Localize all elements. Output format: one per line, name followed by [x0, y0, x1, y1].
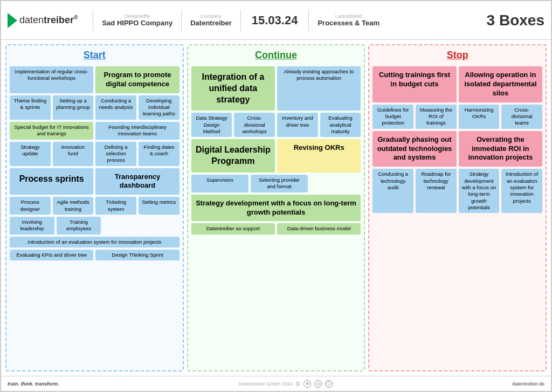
stop-note-overrating: Overrating the immediate ROI in innovati…: [459, 131, 542, 167]
start-block3-sub2: Involving leadership Training employees: [10, 217, 180, 235]
start-block3-sub: Process designer Agile methods training …: [10, 197, 180, 215]
start-note-workshops: Implementation of regular cross-function…: [10, 66, 93, 93]
start-note-learning: Developing individual learning paths: [139, 95, 180, 120]
stop-block2-sub: Conducting a technology audit Roadmap fo…: [372, 169, 542, 213]
start-note-theme: Theme finding & sprints: [10, 95, 51, 120]
continue-note-automation: Already existing approaches to process a…: [277, 66, 361, 111]
header-divider3: [240, 10, 241, 31]
continue-block2-sub: Supervision Selecting provider and forma…: [191, 175, 361, 192]
start-note-innovation: Innovation fund: [53, 142, 94, 166]
logo-text: datentreiber®: [19, 15, 78, 26]
continue-note-provider: Selecting provider and format: [251, 175, 308, 192]
header-company: Company Datentreiber: [190, 13, 232, 27]
start-note-transparency: Transparency dashboard: [95, 168, 179, 195]
start-block1-sub: Theme finding & sprints Setting up a pla…: [10, 95, 180, 120]
start-note-strategy: Strategy update: [10, 142, 51, 166]
stop-note-roadmap: Roadmap for technology renewal: [416, 169, 457, 213]
header-divider4: [308, 10, 309, 31]
start-note-needs: Conducting a needs analysis: [95, 95, 136, 120]
continue-note-supervision: Supervision: [191, 175, 249, 192]
stop-note-tech-audit: Conducting a technology audit: [372, 169, 413, 213]
stop-note-cutting: Cutting trainings first in budget cuts: [372, 66, 456, 102]
header-title: 3 Boxes: [487, 12, 544, 29]
continue-column: Continue Integration of a unified data s…: [187, 44, 365, 372]
continue-note-data-driven: Data-driven business model: [277, 223, 361, 234]
start-block4-sub: Evaluating KPIs and driver tree Design T…: [10, 250, 180, 260]
start-note-process-sprints: Process sprints: [10, 168, 93, 195]
continue-block1-sub: Data Strategy Design Method Cross-divisi…: [191, 113, 361, 137]
logo: datentreiber®: [8, 13, 78, 28]
start-note-founding: Founding interdisciplinary innovation te…: [95, 122, 179, 140]
start-note-dates: Finding dates & coach: [139, 142, 180, 166]
continue-block2-top: Digital Leadership Programm Revising OKR…: [191, 139, 361, 173]
start-block1-top: Implementation of regular cross-function…: [10, 66, 180, 93]
start-column: Start Implementation of regular cross-fu…: [5, 44, 184, 372]
stop-note-phasing: Gradually phasing out outdated technolog…: [372, 131, 456, 167]
circle-icon2: ◎: [314, 380, 322, 388]
stop-block2-top: Gradually phasing out outdated technolog…: [372, 131, 542, 167]
start-block2-sub: Strategy update Innovation fund Defining…: [10, 142, 180, 166]
start-note-planning: Setting up a planning group: [53, 95, 94, 120]
continue-block1-top: Integration of a unified data strategy A…: [191, 66, 361, 111]
start-note-training: Training employees: [57, 217, 101, 235]
start-note-agile: Agile methods training: [53, 197, 94, 215]
info-icon: ⓘ: [325, 380, 333, 388]
circle-icon1: ⊕: [303, 380, 311, 388]
start-note-ticketing: Ticketing system: [95, 197, 136, 215]
header-team: Lastupdated Processes & Team: [318, 13, 380, 27]
stop-note-eval-system: Introduction of an evaluation system for…: [501, 169, 542, 213]
continue-note-analytical: Evaluating analytical maturity: [320, 113, 361, 137]
continue-header: Continue: [191, 49, 361, 62]
start-block3-top: Process sprints Transparency dashboard: [10, 168, 180, 195]
stop-note-roi: Measuring the ROI of trainings: [416, 105, 457, 129]
header-divider: [93, 10, 93, 31]
footer-tagline: train. think. transform.: [8, 381, 59, 387]
stop-note-cross-teams: Cross-divisional teams: [501, 105, 542, 129]
start-note-design-thinking: Design Thinking Sprint: [95, 250, 179, 260]
stop-note-isolated: Allowing operation in isolated departmen…: [459, 66, 542, 102]
continue-note-inventory: Inventory and driver tree: [277, 113, 318, 137]
continue-note-data-strategy: Integration of a unified data strategy: [191, 66, 275, 111]
header-date: 15.03.24: [252, 13, 298, 27]
stop-note-strategy-dev: Strategy development with a focus on lon…: [459, 169, 500, 213]
logo-icon: [8, 13, 17, 28]
continue-note-growth: Strategy development with a focus on lon…: [191, 195, 361, 222]
footer-copyright: Datentreiber GmbH 2024: [238, 381, 293, 387]
continue-note-cross-div: Cross-divisional workshops: [234, 113, 275, 137]
continue-block3-sub: Datentreiber as support Data-driven busi…: [191, 223, 361, 234]
start-note-selection: Defining a selection process: [95, 142, 136, 166]
cc-icon: ©: [296, 381, 300, 387]
stop-header: Stop: [372, 49, 542, 62]
start-block2-top: Special budget for IT innovations and tr…: [10, 122, 180, 140]
start-note-leadership: Involving leadership: [10, 217, 54, 235]
start-note-evaluation: Introduction of an evaluation system for…: [10, 237, 180, 247]
stop-column: Stop Cutting trainings first in budget c…: [368, 44, 547, 372]
start-note-budget: Special budget for IT innovations and tr…: [10, 122, 93, 140]
footer-website: datentreiber.de: [512, 381, 544, 387]
start-note-process-designer: Process designer: [10, 197, 51, 215]
start-note-digital: Program to promote digital competence: [95, 66, 179, 93]
stop-note-guidelines: Guidelines for budget protection: [372, 105, 413, 129]
continue-note-design-method: Data Strategy Design Method: [191, 113, 232, 137]
continue-note-digital-leadership: Digital Leadership Programm: [191, 139, 275, 173]
page: datentreiber® Designedby Sad HIPPO Compa…: [0, 0, 552, 392]
start-note-metrics: Setting metrics: [139, 197, 180, 215]
footer-center: Datentreiber GmbH 2024 © ⊕ ◎ ⓘ: [238, 380, 333, 388]
header-divider2: [181, 10, 182, 31]
main-content: Start Implementation of regular cross-fu…: [1, 40, 551, 376]
footer: train. think. transform. Datentreiber Gm…: [1, 376, 551, 391]
start-note-kpis: Evaluating KPIs and driver tree: [10, 250, 93, 260]
start-header: Start: [10, 49, 180, 62]
stop-note-okrs: Harmonizing OKRs: [459, 105, 500, 129]
header-designed-by: Designedby Sad HIPPO Company: [102, 13, 172, 27]
stop-block1-sub: Guidelines for budget protection Measuri…: [372, 105, 542, 129]
header: datentreiber® Designedby Sad HIPPO Compa…: [1, 1, 551, 40]
continue-note-datentreiber: Datentreiber as support: [191, 223, 275, 234]
continue-note-revising: Revising OKRs: [277, 139, 361, 173]
stop-block1-top: Cutting trainings first in budget cuts A…: [372, 66, 542, 102]
